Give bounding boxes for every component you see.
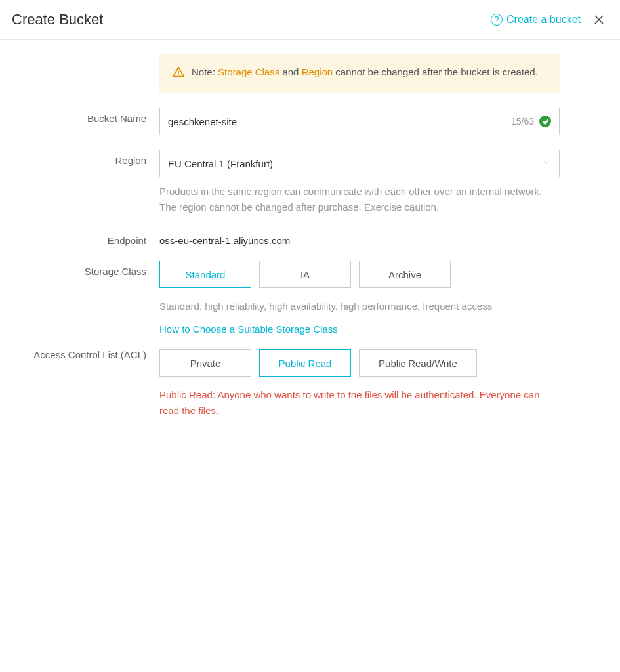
- chevron-down-icon: [542, 158, 551, 169]
- region-row: Region EU Central 1 (Frankfurt) Products…: [12, 150, 608, 215]
- char-counter: 15/63: [511, 116, 534, 127]
- endpoint-value: oss-eu-central-1.aliyuncs.com: [159, 230, 560, 246]
- help-link-label: Create a bucket: [506, 14, 581, 26]
- endpoint-label: Endpoint: [12, 230, 159, 246]
- endpoint-row: Endpoint oss-eu-central-1.aliyuncs.com: [12, 230, 608, 246]
- close-button[interactable]: [590, 10, 608, 29]
- acl-row: Access Control List (ACL) Private Public…: [12, 349, 608, 419]
- acl-public-read-option[interactable]: Public Read: [259, 349, 351, 377]
- bucket-name-row: Bucket Name 15/63: [12, 108, 608, 135]
- form-content: Note: Storage Class and Region cannot be…: [0, 40, 620, 419]
- storage-archive-option[interactable]: Archive: [359, 261, 451, 288]
- dialog-header: Create Bucket ? Create a bucket: [0, 0, 620, 40]
- acl-private-option[interactable]: Private: [159, 349, 251, 377]
- help-link[interactable]: ? Create a bucket: [491, 14, 581, 26]
- storage-class-row: Storage Class Standard IA Archive Standa…: [12, 261, 608, 335]
- bucket-name-input-wrap: 15/63: [159, 108, 560, 135]
- storage-class-help-link[interactable]: How to Choose a Suitable Storage Class: [159, 324, 338, 335]
- acl-warning-text: Public Read: Anyone who wants to write t…: [159, 387, 560, 419]
- header-actions: ? Create a bucket: [491, 10, 608, 29]
- svg-point-3: [178, 74, 179, 75]
- region-value: EU Central 1 (Frankfurt): [168, 158, 542, 169]
- region-label: Region: [12, 150, 159, 215]
- dialog-title: Create Bucket: [12, 11, 103, 28]
- storage-class-label: Storage Class: [12, 261, 159, 335]
- note-row: Note: Storage Class and Region cannot be…: [12, 54, 608, 93]
- acl-public-read-write-option[interactable]: Public Read/Write: [359, 349, 477, 377]
- region-help-text: Products in the same region can communic…: [159, 184, 560, 215]
- note-spacer: [12, 54, 159, 93]
- help-icon: ?: [491, 14, 503, 26]
- storage-class-desc: Standard: high reliability, high availab…: [159, 299, 560, 314]
- bucket-name-label: Bucket Name: [12, 108, 159, 135]
- bucket-name-input[interactable]: [168, 116, 511, 127]
- note-text: Note: Storage Class and Region cannot be…: [192, 64, 547, 80]
- note-box: Note: Storage Class and Region cannot be…: [159, 54, 560, 93]
- acl-group: Private Public Read Public Read/Write: [159, 349, 560, 377]
- valid-check-icon: [539, 116, 551, 127]
- warning-icon: [172, 66, 185, 83]
- storage-standard-option[interactable]: Standard: [159, 261, 251, 288]
- storage-ia-option[interactable]: IA: [259, 261, 351, 288]
- region-select[interactable]: EU Central 1 (Frankfurt): [159, 150, 560, 177]
- acl-label: Access Control List (ACL): [12, 349, 159, 419]
- storage-class-group: Standard IA Archive: [159, 261, 560, 288]
- close-icon: [593, 14, 605, 26]
